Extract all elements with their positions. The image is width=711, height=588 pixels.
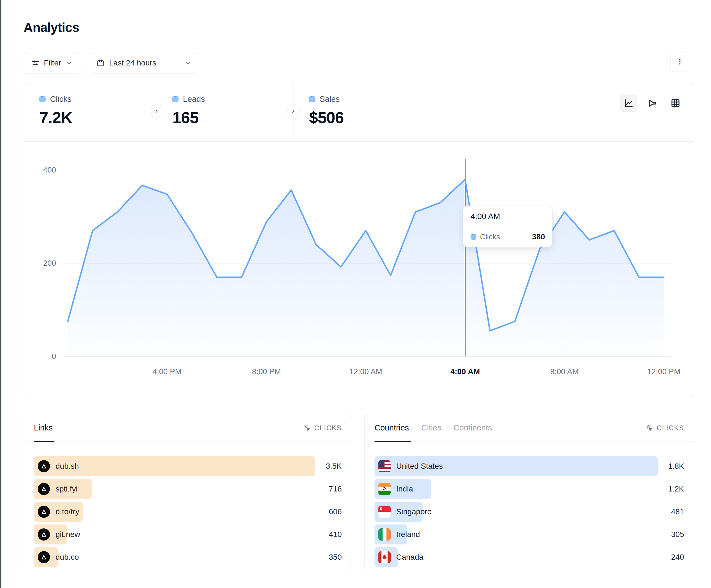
list-item[interactable]: dub.co350 [34, 547, 342, 567]
item-label: India [396, 484, 413, 493]
chart-view-toggles [620, 95, 684, 112]
countries-metric-selector[interactable]: CLICKS [645, 424, 684, 432]
item-label: git.new [56, 530, 80, 539]
links-panel-header: Links CLICKS [24, 414, 352, 442]
countries-list: United States1.8KIndia1.2KSingapore481Ir… [365, 442, 694, 567]
ie-flag-icon [379, 528, 391, 541]
tab-links[interactable]: Links [34, 414, 53, 442]
date-range-button[interactable]: Last 24 hours [89, 52, 199, 73]
tooltip-series-label: Clicks [480, 233, 500, 241]
metric-label: CLICKS [314, 424, 342, 432]
stat-label: Leads [183, 95, 205, 104]
line-chart-view-button[interactable] [620, 95, 638, 112]
stat-tabs-row: Clicks 7.2K Leads 165 Sales $506 › › [24, 82, 694, 142]
cursor-click-icon [645, 424, 653, 432]
sales-legend-swatch [309, 96, 315, 103]
dub-logo-icon [38, 551, 50, 563]
date-range-label: Last 24 hours [109, 59, 156, 67]
chart-plot[interactable]: 02004004:00 PM8:00 PM12:00 AM4:00 AM8:00… [24, 142, 693, 397]
leads-legend-swatch [172, 96, 178, 103]
item-label: dub.co [56, 553, 79, 562]
dub-logo-icon [38, 506, 50, 518]
tab-cities-label: Cities [421, 423, 441, 432]
chart-tooltip: 4:00 AM Clicks 380 [463, 206, 553, 247]
y-tick-label: 400 [43, 165, 56, 174]
links-list: dub.sh3.5Kspti.fyi716d.to/try606git.new4… [24, 442, 352, 567]
tab-cities[interactable]: Cities [421, 414, 441, 442]
list-item[interactable]: Ireland305 [374, 524, 684, 544]
more-options-button[interactable] [670, 51, 689, 72]
x-tick-label: 12:00 AM [349, 367, 382, 376]
kebab-menu-icon [676, 58, 684, 66]
item-label: spti.fyi [56, 484, 78, 493]
filter-button[interactable]: Filter [24, 52, 82, 73]
maple-leaf-icon [382, 554, 388, 560]
sg-flag-icon [379, 506, 391, 518]
list-item[interactable]: Canada240 [374, 547, 684, 567]
countries-panel-header: Countries Cities Continents CLICKS [365, 414, 694, 442]
list-item[interactable]: spti.fyi716 [34, 479, 342, 499]
stat-label: Sales [320, 95, 340, 104]
tab-clicks[interactable]: Clicks 7.2K [24, 82, 156, 142]
item-label: Ireland [396, 530, 420, 539]
expand-leads-chevron[interactable]: › [150, 104, 163, 117]
list-item[interactable]: Singapore481 [374, 502, 684, 522]
clicks-area-chart[interactable]: 02004004:00 PM8:00 PM12:00 AM4:00 AM8:00… [24, 142, 693, 397]
stat-value: $506 [309, 108, 410, 127]
tooltip-time: 4:00 AM [464, 206, 552, 227]
item-value: 1.2K [668, 484, 684, 493]
table-view-button[interactable] [667, 95, 684, 112]
analytics-card: Clicks 7.2K Leads 165 Sales $506 › › [24, 82, 694, 397]
item-value: 3.5K [326, 462, 342, 471]
item-value: 716 [329, 484, 342, 493]
x-tick-label: 8:00 PM [252, 367, 281, 376]
funnel-icon [647, 98, 657, 108]
list-item[interactable]: United States1.8K [374, 456, 684, 476]
list-item[interactable]: dub.sh3.5K [34, 456, 342, 476]
tooltip-value: 380 [532, 232, 545, 241]
links-metric-selector[interactable]: CLICKS [303, 424, 342, 432]
list-item[interactable]: d.to/try606 [34, 502, 342, 522]
chevron-down-icon [66, 59, 73, 67]
dub-logo-icon [38, 528, 50, 541]
chart-area-fill [68, 179, 664, 356]
item-value: 410 [329, 530, 342, 539]
item-label: Singapore [396, 507, 432, 516]
tab-continents[interactable]: Continents [454, 414, 492, 442]
ca-flag-icon [379, 551, 391, 563]
item-value: 606 [329, 507, 342, 516]
page-title: Analytics [24, 20, 79, 35]
x-tick-label: 4:00 AM [450, 367, 480, 376]
filter-button-label: Filter [44, 59, 61, 67]
list-item[interactable]: git.new410 [34, 524, 342, 544]
item-label: Canada [396, 553, 423, 562]
links-panel: Links CLICKS dub.sh3.5Kspti.fyi716d.to/t… [24, 414, 352, 569]
item-value: 305 [671, 530, 684, 539]
stat-value: 165 [172, 108, 293, 127]
tab-countries[interactable]: Countries [374, 414, 409, 442]
item-value: 350 [329, 553, 342, 562]
metric-label: CLICKS [656, 424, 684, 432]
stat-value: 7.2K [39, 108, 156, 127]
table-grid-icon [670, 98, 681, 108]
tab-sales[interactable]: Sales $506 [293, 82, 410, 142]
x-tick-label: 4:00 PM [153, 367, 181, 376]
calendar-icon [96, 59, 105, 67]
tooltip-legend-swatch [471, 234, 476, 240]
tab-links-label: Links [34, 423, 53, 432]
expand-sales-chevron[interactable]: › [286, 104, 300, 117]
dub-logo-icon [38, 460, 50, 472]
filter-icon [31, 59, 39, 67]
list-item[interactable]: India1.2K [374, 479, 684, 499]
countries-panel: Countries Cities Continents CLICKS Unite… [364, 414, 694, 569]
tab-countries-label: Countries [374, 423, 409, 432]
x-tick-label: 8:00 AM [550, 367, 579, 376]
item-label: United States [396, 462, 443, 471]
clicks-legend-swatch [39, 96, 45, 103]
funnel-view-button[interactable] [644, 95, 661, 112]
y-tick-label: 200 [43, 259, 56, 267]
item-value: 1.8K [668, 462, 684, 471]
line-chart-icon [624, 98, 634, 108]
cursor-click-icon [303, 424, 311, 432]
tab-leads[interactable]: Leads 165 [156, 82, 293, 142]
